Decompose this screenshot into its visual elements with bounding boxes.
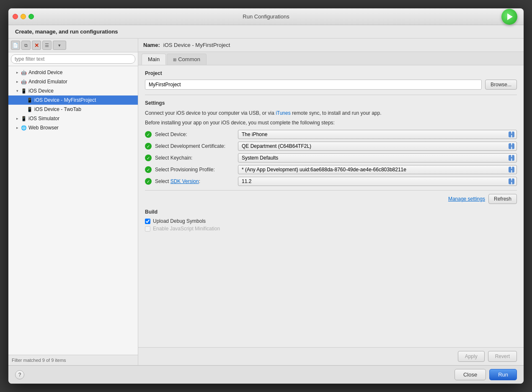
- tree-item-ios-twotab[interactable]: 📱 iOS Device - TwoTab: [8, 105, 138, 114]
- tree-label-ios-twotab: iOS Device - TwoTab: [34, 106, 81, 112]
- checkbox-label-upload-debug: Upload Debug Symbols: [153, 218, 206, 224]
- sidebar-toolbar: 📄 ⧉ ✕ ☰ ▾: [8, 39, 138, 52]
- select-cert[interactable]: QE Department (C64B64TF2L): [238, 142, 517, 151]
- close-button[interactable]: Close: [455, 369, 486, 380]
- tree-label-ios-device-folder: iOS Device: [28, 88, 54, 94]
- apply-button[interactable]: Apply: [458, 351, 485, 362]
- browse-button[interactable]: Browse...: [485, 80, 517, 90]
- tab-common-label: Common: [178, 56, 200, 62]
- select-wrap-device: The iPhone ⬆⬇: [238, 130, 517, 139]
- help-button[interactable]: ?: [15, 370, 24, 379]
- settings-section-header: Settings: [145, 100, 517, 106]
- tree-item-web-browser[interactable]: 🌐 Web Browser: [8, 123, 138, 132]
- settings-row-keychain: ✓ Select Keychain: System Defaults ⬆⬇: [145, 153, 517, 162]
- label-profile: Select Provisioning Profile:: [155, 167, 235, 173]
- sidebar-footer-text: Filter matched 9 of 9 items: [12, 358, 66, 363]
- run-icon-button[interactable]: [501, 9, 517, 25]
- check-cert: ✓: [145, 143, 152, 150]
- tree-item-ios-myfirst[interactable]: 📱 iOS Device - MyFirstProject: [8, 95, 138, 105]
- label-keychain: Select Keychain:: [155, 155, 235, 161]
- tab-common-icon: ⊞: [173, 57, 176, 62]
- checkbox-js-min[interactable]: [145, 226, 150, 232]
- checkbox-row-js-min: Enable JavaScript Minification: [145, 226, 517, 232]
- settings-row-profile: ✓ Select Provisioning Profile: * (Any Ap…: [145, 165, 517, 174]
- project-input[interactable]: [145, 80, 482, 90]
- footer-bar: ? Close Run: [8, 365, 524, 384]
- tree-label-android-device: Android Device: [28, 70, 62, 75]
- itunes-link[interactable]: iTunes: [276, 110, 291, 116]
- tree-toggle-android-device: [15, 70, 19, 75]
- tree-toggle-ios-twotab: [21, 107, 25, 111]
- maximize-traffic-light[interactable]: [28, 14, 34, 19]
- tab-main-label: Main: [148, 56, 160, 62]
- check-keychain: ✓: [145, 155, 152, 161]
- dropdown-config-button[interactable]: ▾: [53, 41, 66, 50]
- filter-input[interactable]: [11, 54, 135, 64]
- checkbox-label-js-min: Enable JavaScript Minification: [153, 226, 220, 232]
- settings-row-device: ✓ Select Device: The iPhone ⬆⬇: [145, 130, 517, 139]
- main-content: 📄 ⧉ ✕ ☰ ▾ 🤖 Android Device 🤖: [8, 39, 524, 365]
- settings-row-cert: ✓ Select Development Certificate: QE Dep…: [145, 142, 517, 151]
- android-device-icon: 🤖: [21, 70, 27, 75]
- tab-common[interactable]: ⊞Common: [167, 54, 207, 65]
- settings-desc2: Before installing your app on your iOS d…: [145, 120, 517, 126]
- delete-config-button[interactable]: ✕: [32, 41, 41, 50]
- manage-refresh-row: Manage settings Refresh: [145, 190, 517, 204]
- checkbox-upload-debug[interactable]: [145, 219, 150, 224]
- project-row: Browse...: [145, 80, 517, 90]
- tree-toggle-ios-simulator: [15, 116, 19, 121]
- select-device[interactable]: The iPhone: [238, 130, 517, 139]
- refresh-button[interactable]: Refresh: [488, 194, 517, 204]
- build-section: Build Upload Debug Symbols Enable JavaSc…: [145, 209, 517, 232]
- ios-myfirst-icon: 📱: [27, 97, 33, 103]
- select-wrap-keychain: System Defaults ⬆⬇: [238, 153, 517, 162]
- tree-item-android-device[interactable]: 🤖 Android Device: [8, 68, 138, 77]
- check-sdk: ✓: [145, 178, 152, 185]
- tab-main[interactable]: Main: [142, 54, 166, 65]
- name-bar: Name: iOS Device - MyFirstProject: [138, 39, 524, 52]
- tree-area: 🤖 Android Device 🤖 Android Emulator 📱 iO…: [8, 66, 138, 355]
- close-traffic-light[interactable]: [13, 14, 18, 19]
- settings-desc1: Connect your iOS device to your computer…: [145, 109, 517, 117]
- select-profile[interactable]: * (Any App Development) uuid:6ae688da-87…: [238, 165, 517, 174]
- ios-simulator-icon: 📱: [21, 116, 27, 121]
- tree-item-ios-device-folder[interactable]: 📱 iOS Device: [8, 86, 138, 95]
- header-subtitle: Create, manage, and run configurations: [15, 28, 118, 35]
- copy-config-button[interactable]: ⧉: [21, 41, 31, 50]
- right-panel: Name: iOS Device - MyFirstProject Main ⊞…: [138, 39, 524, 365]
- ios-device-folder-icon: 📱: [21, 88, 27, 94]
- tree-toggle-web-browser: [15, 126, 19, 130]
- label-sdk: Select SDK Version:: [155, 178, 235, 184]
- revert-button[interactable]: Revert: [488, 351, 517, 362]
- select-keychain[interactable]: System Defaults: [238, 153, 517, 162]
- checkbox-row-upload-debug: Upload Debug Symbols: [145, 218, 517, 224]
- manage-settings-link[interactable]: Manage settings: [448, 196, 485, 202]
- name-label: Name:: [143, 42, 160, 48]
- tree-label-ios-myfirst: iOS Device - MyFirstProject: [34, 97, 96, 103]
- tree-label-android-emulator: Android Emulator: [28, 79, 67, 85]
- tabs-bar: Main ⊞Common: [138, 52, 524, 65]
- select-sdk[interactable]: 11.2: [238, 177, 517, 186]
- run-button[interactable]: Run: [489, 369, 517, 380]
- filter-config-button[interactable]: ☰: [42, 41, 52, 50]
- select-wrap-profile: * (Any App Development) uuid:6ae688da-87…: [238, 165, 517, 174]
- tree-item-android-emulator[interactable]: 🤖 Android Emulator: [8, 77, 138, 86]
- check-device: ✓: [145, 131, 152, 138]
- main-window: Run Configurations Create, manage, and r…: [8, 8, 524, 384]
- sdk-version-link[interactable]: SDK Version: [170, 178, 199, 184]
- android-emulator-icon: 🤖: [21, 79, 27, 85]
- panel-content: Project Browse... Settings Connect your …: [138, 65, 524, 347]
- name-value: iOS Device - MyFirstProject: [163, 42, 230, 48]
- minimize-traffic-light[interactable]: [21, 14, 26, 19]
- tree-toggle-ios-device: [15, 89, 19, 93]
- bottom-bar: Apply Revert: [138, 347, 524, 365]
- settings-row-sdk: ✓ Select SDK Version: 11.2 ⬆⬇: [145, 177, 517, 186]
- label-device: Select Device:: [155, 132, 235, 137]
- run-button-area: [501, 9, 517, 25]
- tree-label-web-browser: Web Browser: [28, 125, 59, 131]
- tree-item-ios-simulator[interactable]: 📱 iOS Simulator: [8, 114, 138, 123]
- new-config-button[interactable]: 📄: [11, 41, 20, 50]
- filter-input-wrap: [8, 52, 138, 66]
- web-browser-icon: 🌐: [21, 125, 27, 131]
- sidebar: 📄 ⧉ ✕ ☰ ▾ 🤖 Android Device 🤖: [8, 39, 138, 365]
